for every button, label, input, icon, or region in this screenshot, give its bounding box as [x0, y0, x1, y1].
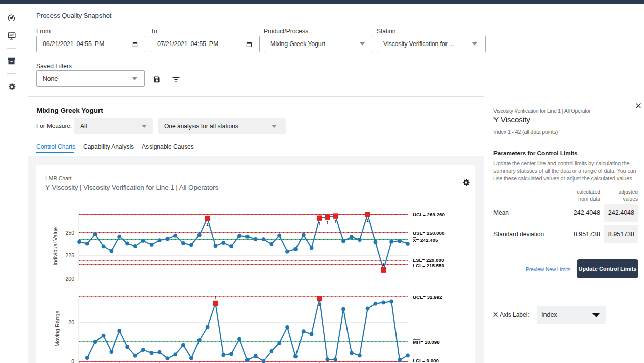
- svg-text:LCL= 0.000: LCL= 0.000: [413, 358, 439, 363]
- svg-text:Moving Range: Moving Range: [54, 311, 60, 347]
- svg-text:1: 1: [334, 219, 337, 224]
- svg-text:0: 0: [71, 358, 74, 363]
- svg-text:250: 250: [65, 230, 74, 236]
- svg-text:MR= 10.098: MR= 10.098: [413, 339, 440, 345]
- svg-text:USL= 250.000: USL= 250.000: [413, 230, 445, 236]
- svg-text:1: 1: [326, 220, 329, 225]
- svg-text:1: 1: [206, 222, 209, 227]
- svg-text:LSL= 220.000: LSL= 220.000: [413, 257, 444, 263]
- svg-text:UCL= 269.260: UCL= 269.260: [413, 212, 445, 217]
- svg-text:1: 1: [382, 262, 385, 267]
- svg-text:1: 1: [318, 302, 321, 307]
- svg-text:1: 1: [214, 295, 217, 300]
- svg-text:20: 20: [68, 319, 74, 325]
- svg-text:Individual Value: Individual Value: [52, 227, 58, 266]
- svg-text:UCL= 32.992: UCL= 32.992: [413, 294, 442, 300]
- svg-text:1: 1: [366, 218, 369, 223]
- svg-text:1: 1: [318, 221, 321, 226]
- svg-text:LCL= 215.550: LCL= 215.550: [413, 263, 444, 268]
- svg-text:200: 200: [65, 276, 74, 282]
- svg-text:225: 225: [65, 252, 74, 258]
- svg-text:X= 242.405: X= 242.405: [413, 237, 438, 243]
